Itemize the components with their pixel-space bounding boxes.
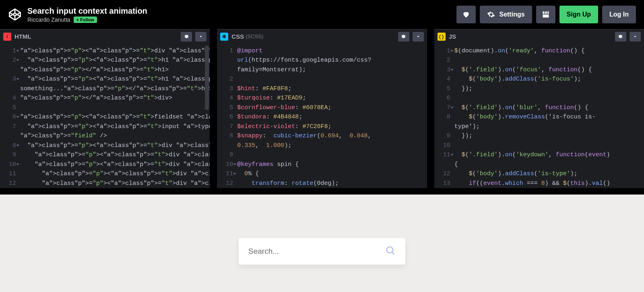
output-panel bbox=[0, 188, 644, 292]
chevron-down-icon bbox=[633, 34, 638, 39]
editor-header-css: ✱ CSS (SCSS) bbox=[217, 29, 427, 44]
svg-rect-3 bbox=[543, 12, 544, 14]
html-badge-icon: / bbox=[3, 33, 11, 41]
search-card bbox=[239, 238, 405, 265]
gear-icon bbox=[401, 34, 406, 39]
chevron-down-icon bbox=[416, 34, 421, 39]
signup-button[interactable]: Sign Up bbox=[559, 6, 598, 23]
editor-settings-button[interactable] bbox=[398, 32, 409, 41]
header-actions: Settings Sign Up Log In bbox=[456, 6, 636, 23]
app-header: Search input context animation Riccardo … bbox=[0, 0, 644, 29]
gear-icon bbox=[618, 34, 623, 39]
editors-row: / HTML 123456789101112 "a">class"p">="p"… bbox=[0, 29, 644, 188]
search-icon[interactable] bbox=[385, 245, 396, 257]
editor-settings-button[interactable] bbox=[181, 32, 192, 41]
editor-lang-label: CSS bbox=[231, 33, 244, 40]
pen-author[interactable]: Riccardo Zanutta bbox=[27, 17, 70, 23]
chevron-down-icon bbox=[198, 34, 203, 39]
plus-icon: + bbox=[76, 17, 79, 22]
editor-collapse-button[interactable] bbox=[630, 32, 641, 41]
js-badge-icon: ( ) bbox=[438, 33, 446, 41]
editor-collapse-button[interactable] bbox=[195, 32, 206, 41]
editor-header-html: / HTML bbox=[0, 29, 210, 44]
css-badge-icon: ✱ bbox=[220, 33, 228, 41]
gutter-css: 123456789101112 bbox=[217, 46, 237, 188]
editor-header-js: ( ) JS bbox=[434, 29, 644, 44]
gutter-js: 12345678910111213 bbox=[434, 46, 454, 188]
code-css[interactable]: @importurl(https://fonts.googleapis.com/… bbox=[237, 46, 427, 188]
svg-line-11 bbox=[392, 252, 394, 255]
svg-rect-4 bbox=[545, 12, 547, 14]
editor-lang-label: HTML bbox=[14, 33, 31, 40]
gear-icon bbox=[184, 34, 189, 39]
scrollbar[interactable] bbox=[205, 46, 209, 110]
editor-lang-sub: (SCSS) bbox=[246, 33, 263, 39]
love-button[interactable] bbox=[456, 6, 476, 23]
svg-rect-6 bbox=[543, 14, 549, 18]
code-js[interactable]: $(document).on('ready', function() { $('… bbox=[454, 46, 644, 188]
heart-icon bbox=[462, 10, 470, 19]
search-input[interactable] bbox=[248, 247, 385, 256]
pen-title: Search input context animation bbox=[27, 6, 451, 16]
gear-icon bbox=[487, 10, 495, 19]
editor-settings-button[interactable] bbox=[615, 32, 626, 41]
view-switch-button[interactable] bbox=[536, 6, 555, 23]
svg-rect-5 bbox=[547, 12, 549, 14]
layout-icon bbox=[542, 10, 550, 19]
settings-button[interactable]: Settings bbox=[480, 6, 532, 23]
editor-lang-label: JS bbox=[449, 33, 456, 40]
editor-collapse-button[interactable] bbox=[413, 32, 424, 41]
code-area-html[interactable]: 123456789101112 "a">class"p">="p"><"a">c… bbox=[0, 44, 210, 188]
editor-html: / HTML 123456789101112 "a">class"p">="p"… bbox=[0, 29, 210, 188]
code-area-js[interactable]: 12345678910111213 $(document).on('ready'… bbox=[434, 44, 644, 188]
gutter-html: 123456789101112 bbox=[0, 46, 20, 188]
codepen-logo-icon[interactable] bbox=[8, 8, 22, 21]
code-html[interactable]: "a">class"p">="p"><"a">class"p">="t">div… bbox=[20, 46, 210, 188]
code-area-css[interactable]: 123456789101112 @importurl(https://fonts… bbox=[217, 44, 427, 188]
follow-button[interactable]: + Follow bbox=[74, 17, 97, 23]
svg-point-10 bbox=[387, 247, 393, 253]
editor-css: ✱ CSS (SCSS) 123456789101112 @importurl(… bbox=[217, 29, 427, 188]
pen-title-block: Search input context animation Riccardo … bbox=[27, 6, 451, 23]
login-button[interactable]: Log In bbox=[602, 6, 636, 23]
editor-js: ( ) JS 12345678910111213 $(document).on(… bbox=[434, 29, 644, 188]
